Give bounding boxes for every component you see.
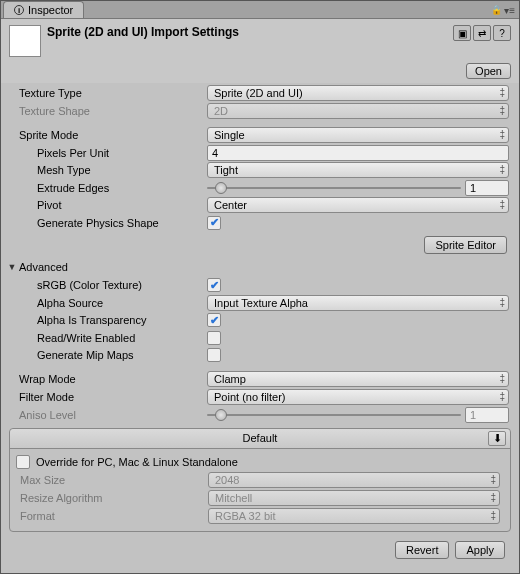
- platform-box: Default ⬇ Override for PC, Mac & Linux S…: [9, 428, 511, 532]
- header-icon-group: ▣ ⇄ ?: [453, 25, 511, 41]
- alpha-source-dropdown[interactable]: Input Texture Alpha: [207, 295, 509, 311]
- extrude-edges-field[interactable]: 1: [465, 180, 509, 196]
- wrap-mode-dropdown[interactable]: Clamp: [207, 371, 509, 387]
- srgb-label: sRGB (Color Texture): [7, 279, 207, 291]
- apply-button[interactable]: Apply: [455, 541, 505, 559]
- pivot-dropdown[interactable]: Center: [207, 197, 509, 213]
- aniso-label: Aniso Level: [7, 409, 207, 421]
- body: Texture Type Sprite (2D and UI) Texture …: [1, 83, 519, 573]
- format-label: Format: [16, 510, 208, 522]
- header-prefab-icon[interactable]: ⇄: [473, 25, 491, 41]
- filter-mode-dropdown[interactable]: Point (no filter): [207, 389, 509, 405]
- advanced-foldout[interactable]: ▼ Advanced: [7, 261, 68, 273]
- chevron-down-icon: ▼: [7, 262, 17, 272]
- alpha-transparency-checkbox[interactable]: ✔: [207, 313, 221, 327]
- resize-label: Resize Algorithm: [16, 492, 208, 504]
- srgb-checkbox[interactable]: ✔: [207, 278, 221, 292]
- tabbar-actions: 🔒 ▾≡: [491, 1, 515, 19]
- mesh-type-dropdown[interactable]: Tight: [207, 162, 509, 178]
- override-label: Override for PC, Mac & Linux Standalone: [36, 456, 238, 468]
- wrap-mode-label: Wrap Mode: [7, 373, 207, 385]
- texture-shape-label: Texture Shape: [7, 105, 207, 117]
- readwrite-checkbox[interactable]: [207, 331, 221, 345]
- sprite-editor-button[interactable]: Sprite Editor: [424, 236, 507, 254]
- open-row: Open: [1, 61, 519, 83]
- generate-physics-checkbox[interactable]: ✔: [207, 216, 221, 230]
- asset-header: Sprite (2D and UI) Import Settings ▣ ⇄ ?: [1, 19, 519, 61]
- filter-mode-label: Filter Mode: [7, 391, 207, 403]
- pixels-per-unit-field[interactable]: 4: [207, 145, 509, 161]
- tab-label: Inspector: [28, 4, 73, 16]
- advanced-label: Advanced: [19, 261, 68, 273]
- sprite-mode-label: Sprite Mode: [7, 129, 207, 141]
- mipmap-checkbox[interactable]: [207, 348, 221, 362]
- tab-inspector[interactable]: i Inspector: [3, 1, 84, 18]
- extrude-edges-slider[interactable]: [207, 180, 461, 196]
- maxsize-dropdown: 2048: [208, 472, 500, 488]
- aniso-slider: [207, 407, 461, 423]
- revert-button[interactable]: Revert: [395, 541, 449, 559]
- mipmap-label: Generate Mip Maps: [7, 349, 207, 361]
- lock-icon[interactable]: 🔒: [491, 5, 502, 15]
- footer: Revert Apply: [7, 533, 513, 567]
- platform-tab-default[interactable]: Default: [243, 432, 278, 444]
- header-help-icon[interactable]: ?: [493, 25, 511, 41]
- open-button[interactable]: Open: [466, 63, 511, 79]
- info-icon: i: [14, 5, 24, 15]
- inspector-window: i Inspector 🔒 ▾≡ Sprite (2D and UI) Impo…: [0, 0, 520, 574]
- maxsize-label: Max Size: [16, 474, 208, 486]
- texture-shape-dropdown: 2D: [207, 103, 509, 119]
- platform-tabs: Default ⬇: [10, 429, 510, 449]
- extrude-edges-label: Extrude Edges: [7, 182, 207, 194]
- pivot-label: Pivot: [7, 199, 207, 211]
- alpha-source-label: Alpha Source: [7, 297, 207, 309]
- header-assetbundle-icon[interactable]: ▣: [453, 25, 471, 41]
- asset-thumbnail: [9, 25, 41, 57]
- aniso-field: 1: [465, 407, 509, 423]
- resize-dropdown: Mitchell: [208, 490, 500, 506]
- texture-type-dropdown[interactable]: Sprite (2D and UI): [207, 85, 509, 101]
- alpha-transparency-label: Alpha Is Transparency: [7, 314, 207, 326]
- download-icon[interactable]: ⬇: [488, 431, 506, 446]
- mesh-type-label: Mesh Type: [7, 164, 207, 176]
- texture-type-label: Texture Type: [7, 87, 207, 99]
- tab-menu-icon[interactable]: ▾≡: [504, 5, 515, 16]
- asset-title: Sprite (2D and UI) Import Settings: [47, 25, 447, 39]
- pixels-per-unit-label: Pixels Per Unit: [7, 147, 207, 159]
- override-checkbox[interactable]: [16, 455, 30, 469]
- sprite-mode-dropdown[interactable]: Single: [207, 127, 509, 143]
- readwrite-label: Read/Write Enabled: [7, 332, 207, 344]
- format-dropdown: RGBA 32 bit: [208, 508, 500, 524]
- generate-physics-label: Generate Physics Shape: [7, 217, 207, 229]
- tab-bar: i Inspector 🔒 ▾≡: [1, 1, 519, 19]
